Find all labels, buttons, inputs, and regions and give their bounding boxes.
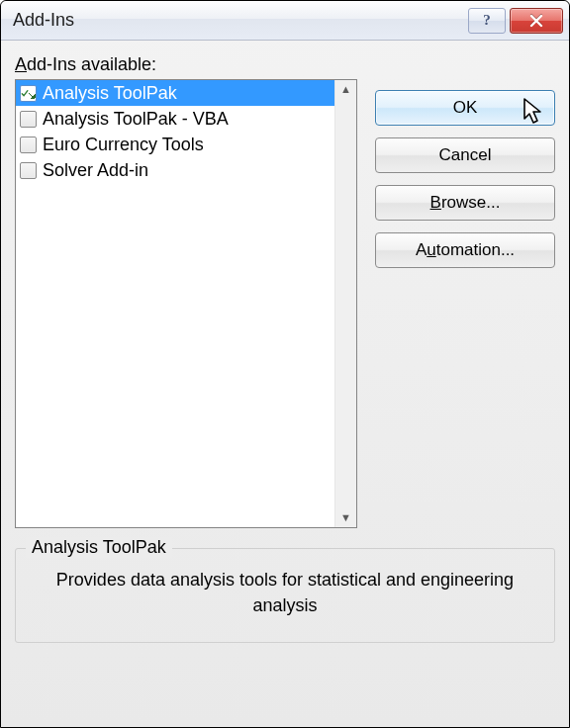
description-groupbox: Analysis ToolPak Provides data analysis … — [15, 548, 555, 643]
browse-button-label: Browse... — [430, 193, 501, 213]
browse-button[interactable]: Browse... — [375, 185, 555, 221]
list-item-label: Analysis ToolPak — [43, 83, 177, 104]
addins-dialog: Add-Ins ? Add-Ins available: — [0, 0, 570, 728]
list-item-label: Analysis ToolPak - VBA — [43, 109, 229, 130]
list-item-label: Solver Add-in — [43, 160, 148, 181]
addins-available-label: Add-Ins available: — [15, 54, 357, 75]
spacer — [375, 54, 555, 78]
list-item-label: Euro Currency Tools — [43, 135, 204, 155]
description-text: Provides data analysis tools for statist… — [36, 567, 534, 618]
automation-button[interactable]: Automation... — [375, 232, 555, 268]
list-item[interactable]: Solver Add-in — [16, 157, 334, 183]
addins-list-items: Analysis ToolPak Analysis ToolPak - VBA — [16, 80, 334, 527]
button-column: OK Cancel Browse... Automation... — [375, 54, 555, 528]
ok-button-label: OK — [453, 98, 478, 118]
automation-button-label: Automation... — [416, 240, 515, 260]
client-area: Add-Ins available: Analysis ToolPak — [1, 41, 569, 727]
addins-listbox[interactable]: Analysis ToolPak Analysis ToolPak - VBA — [15, 79, 357, 528]
checkbox-icon[interactable] — [20, 111, 37, 128]
scroll-down-icon[interactable]: ▼ — [340, 512, 351, 523]
close-button[interactable] — [510, 8, 563, 34]
addins-available-rest: dd-Ins available: — [27, 54, 156, 74]
cancel-button-label: Cancel — [439, 145, 492, 165]
list-item[interactable]: Analysis ToolPak — [16, 80, 334, 106]
checkbox-icon[interactable] — [20, 85, 37, 102]
list-item[interactable]: Euro Currency Tools — [16, 132, 334, 157]
title-bar: Add-Ins ? — [1, 1, 569, 41]
addins-available-accel: A — [15, 54, 27, 74]
cancel-button[interactable]: Cancel — [375, 137, 555, 173]
checkbox-icon[interactable] — [20, 162, 37, 179]
help-button[interactable]: ? — [468, 8, 506, 34]
window-title: Add-Ins — [13, 10, 464, 31]
scroll-up-icon[interactable]: ▲ — [340, 84, 351, 95]
list-item[interactable]: Analysis ToolPak - VBA — [16, 106, 334, 132]
cursor-icon — [522, 97, 548, 127]
checkbox-icon[interactable] — [20, 136, 37, 153]
addins-list-section: Add-Ins available: Analysis ToolPak — [15, 54, 357, 528]
description-title: Analysis ToolPak — [26, 537, 172, 558]
ok-button[interactable]: OK — [375, 90, 555, 126]
close-icon — [528, 14, 544, 28]
scrollbar[interactable]: ▲ ▼ — [334, 80, 356, 527]
top-row: Add-Ins available: Analysis ToolPak — [15, 54, 555, 528]
